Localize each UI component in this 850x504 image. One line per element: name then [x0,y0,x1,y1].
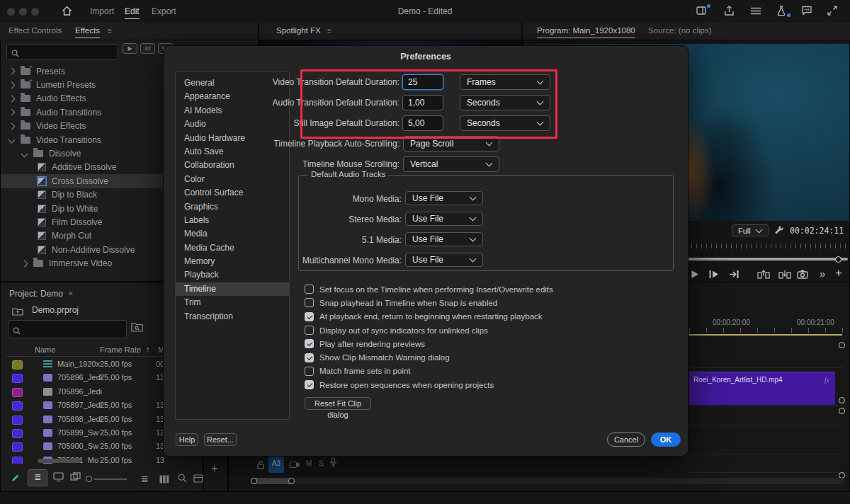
reset-button[interactable]: Reset... [204,433,237,446]
scrub-handle[interactable] [835,256,842,263]
sidebar-item-color[interactable]: Color [176,173,289,186]
audio-track-dropdown[interactable]: Use File [405,191,483,205]
ok-button[interactable]: OK [651,433,681,447]
thumbnail-zoom-slider-handle[interactable] [86,476,92,482]
label-color-chip[interactable] [12,374,23,383]
search-bin-icon[interactable] [131,322,143,335]
timeline-scrollbar-handle[interactable] [251,478,294,484]
track-scrollbar-handle[interactable] [839,408,845,414]
duration-unit-dropdown[interactable]: Seconds [460,95,550,110]
column-header-name[interactable]: Name [35,345,55,354]
chevron-down-icon[interactable] [8,137,16,144]
project-breadcrumb[interactable]: Demo.prproj [32,305,79,315]
sidebar-item-transcription[interactable]: Transcription [176,310,289,323]
sidebar-item-media[interactable]: Media [176,227,289,241]
zoom-handle-right[interactable] [288,478,295,484]
freeform-view-button[interactable] [70,471,81,484]
help-button[interactable]: Help [176,433,198,446]
duration-value-input[interactable]: 5,00 [402,115,443,131]
sidebar-item-labels[interactable]: Labels [176,214,289,227]
folder-up-icon[interactable] [12,306,23,319]
feedback-icon[interactable] [801,6,814,17]
play-button[interactable] [691,270,699,279]
go-to-out-point-button[interactable] [729,270,740,279]
new-bin-icon[interactable] [193,473,203,486]
sidebar-item-playback[interactable]: Playback [176,268,289,282]
track-scrollbar-handle[interactable] [839,342,845,348]
chevron-down-icon[interactable] [21,150,28,157]
checkbox-unchecked[interactable] [305,285,314,294]
tab-program-monitor[interactable]: Program: Main_1920x1080 [537,26,635,38]
tab-effects[interactable]: Effects [75,26,100,38]
track-mute-button[interactable]: M [306,459,312,467]
zoom-handle-left[interactable] [251,478,257,484]
chevron-right-icon[interactable] [8,109,16,116]
sidebar-item-graphics[interactable]: Graphics [176,200,289,214]
scrolling-dropdown[interactable]: Vertical [403,156,499,172]
label-color-chip[interactable] [12,401,23,411]
export-frame-camera-icon[interactable] [797,270,808,279]
extract-button[interactable] [778,270,791,279]
sort-options-icon[interactable]: ≣ [141,474,149,483]
chevron-right-icon[interactable] [8,96,16,103]
checkbox-checked[interactable] [305,339,314,348]
cancel-button[interactable]: Cancel [607,433,645,447]
checkbox-unchecked[interactable] [305,326,314,335]
track-solo-button[interactable]: S [319,459,324,467]
find-icon[interactable] [178,473,187,486]
panel-menu-icon[interactable]: ≡ [327,27,331,35]
checkbox-checked[interactable] [305,353,314,362]
sidebar-item-media-cache[interactable]: Media Cache [176,241,289,255]
tab-source-monitor[interactable]: Source: (no clips) [648,26,711,35]
checkbox-checked[interactable] [305,380,314,389]
sidebar-item-timeline[interactable]: Timeline [176,282,289,296]
audio-track-dropdown[interactable]: Use File [405,253,483,267]
label-color-chip[interactable] [12,388,23,397]
lift-button[interactable] [757,270,770,279]
column-header-frame-rate[interactable]: Frame Rate [100,345,141,354]
tab-spotlight-fx[interactable]: Spotlight FX [276,26,321,38]
workspaces-icon[interactable] [696,6,709,17]
transform-tool-icon[interactable]: + [211,463,217,474]
audio-track-dropdown[interactable]: Use File [405,212,483,226]
sidebar-item-memory[interactable]: Memory [176,255,289,268]
clip-fx-badge[interactable]: fx [824,376,829,384]
label-color-chip[interactable] [12,360,23,370]
track-lock-icon[interactable] [257,459,265,472]
sidebar-item-trim[interactable]: Trim [176,296,289,309]
reset-fit-clip-button[interactable]: Reset Fit Clip dialog [305,397,371,410]
duration-value-input[interactable]: 1,00 [402,95,443,110]
beta-beaker-icon[interactable] [776,6,789,17]
zoom-level-dropdown[interactable]: Full [732,224,769,236]
play-in-to-out-button[interactable] [709,270,719,279]
label-color-chip[interactable] [12,457,23,464]
scrolling-dropdown[interactable]: Page Scroll [403,136,499,151]
tab-effect-controls[interactable]: Effect Controls [8,26,62,35]
share-export-icon[interactable] [724,6,737,17]
menu-list-icon[interactable] [750,7,763,18]
add-button-plus-icon[interactable]: + [835,267,842,279]
checkbox-unchecked[interactable] [305,367,314,376]
fullscreen-icon[interactable] [827,6,840,17]
timeline-horizontal-scrollbar[interactable] [250,478,844,484]
timeline-ruler[interactable] [689,328,844,333]
chevron-right-icon[interactable] [8,122,16,130]
audio-track-a3-badge[interactable]: A3 [268,454,284,473]
track-camera-icon[interactable] [290,459,300,471]
sort-ascending-icon[interactable]: ↑ [146,345,150,353]
more-controls-chevrons[interactable]: » [820,268,825,279]
panel-menu-icon[interactable]: ≡ [69,290,72,297]
column-settings-icon[interactable] [159,474,169,486]
panel-menu-icon[interactable]: ≡ [108,27,111,35]
edit-pencil-icon[interactable] [11,473,21,486]
timeline-clip[interactable]: Roei_Koren_Artlist_HD.mp4 fx [689,372,835,405]
checkbox-unchecked[interactable] [305,298,314,307]
duration-unit-dropdown[interactable]: Frames [460,74,550,90]
settings-wrench-icon[interactable] [774,224,785,238]
work-area-bar[interactable] [689,334,842,336]
track-voiceover-mic-icon[interactable] [329,457,337,470]
effects-search-input[interactable] [6,44,118,60]
track-scrollbar-handle[interactable] [839,397,845,403]
duration-unit-dropdown[interactable]: Seconds [460,115,550,131]
list-view-button[interactable]: ≣ [28,469,47,486]
